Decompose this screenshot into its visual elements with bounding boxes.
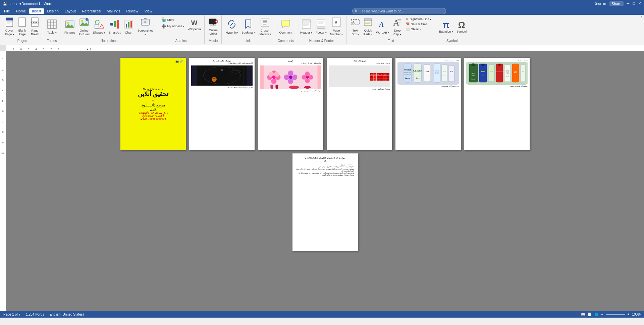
quick-parts-button[interactable]: QuickParts ▾ [362, 17, 374, 37]
shapes-button[interactable]: Shapes ▾ [92, 17, 107, 37]
maximize-button[interactable]: □ [633, 1, 635, 6]
text-box-icon: A [351, 17, 360, 28]
bookmark-button[interactable]: Bookmark [240, 17, 257, 37]
blank-page-label: BlankPage [18, 29, 26, 36]
object-button[interactable]: ⬜ Object ▾ [405, 27, 433, 32]
zoom-slider[interactable]: ──────── [606, 313, 625, 316]
signature-line-button[interactable]: ✏ Signature Line ▾ [405, 17, 433, 21]
document-area[interactable]: 📷 🔗 Tahghighonline.ir تحقیق آنلاین ← مرج… [6, 51, 644, 311]
drop-cap-button[interactable]: A DropCap ▾ [391, 17, 403, 37]
menu-references[interactable]: References [79, 8, 103, 14]
view-print-button[interactable]: 📄 [588, 313, 592, 316]
page6-content: توضیحات محصولات... OPTI FREE Express [464, 58, 530, 89]
menu-mailings[interactable]: Mailings [104, 8, 123, 14]
ribbon-collapse-button[interactable]: ∧ [640, 15, 643, 19]
smartart-button[interactable]: SmartArt [107, 17, 122, 37]
hyperlink-button[interactable]: Hyperlink [224, 17, 240, 37]
quick-access-redo[interactable]: ↪ [14, 2, 17, 6]
text-group-label: Text [388, 38, 394, 43]
cover-page-button[interactable]: CoverPage ▾ [3, 17, 15, 37]
object-icon: ⬜ [406, 28, 410, 31]
online-video-button[interactable]: OnlineVideo [207, 17, 219, 37]
shapes-label: Shapes ▾ [93, 31, 105, 35]
quick-parts-label: QuickParts ▾ [363, 29, 373, 36]
quick-access-undo[interactable]: ↩ [9, 2, 12, 6]
page-number-button[interactable]: # PageNumber ▾ [329, 17, 344, 37]
symbol-button[interactable]: Ω Symbol [455, 17, 468, 37]
chart-button[interactable]: Chart [123, 17, 135, 37]
online-pictures-button[interactable]: 🔗 OnlinePictures [77, 17, 91, 37]
text-box-button[interactable]: A TextBox ▾ [349, 17, 361, 37]
svg-rect-161 [496, 64, 503, 82]
svg-point-92 [302, 75, 307, 80]
zoom-out-button[interactable]: − [601, 313, 603, 316]
svg-line-41 [230, 23, 233, 26]
svg-text:Colgate: Colgate [377, 74, 379, 75]
title-bar: 💾 ↩ ↪ ▾ Document1 - Word Sign in Share ─… [0, 0, 644, 7]
header-footer-group-label: Header & Footer [309, 38, 334, 43]
menu-view[interactable]: View [142, 8, 155, 14]
page-break-button[interactable]: PageBreak [29, 17, 41, 37]
table-button[interactable]: Table ▾ [46, 17, 58, 37]
svg-rect-70 [197, 65, 247, 86]
view-web-button[interactable]: 🌐 [594, 313, 598, 316]
menu-layout[interactable]: Layout [62, 8, 78, 14]
svg-marker-23 [100, 24, 104, 28]
store-label: Store [167, 18, 175, 21]
svg-text:Colgate: Colgate [374, 74, 376, 75]
svg-rect-159 [488, 65, 494, 82]
svg-text:OPTI: OPTI [472, 73, 475, 74]
quick-access-save[interactable]: 💾 [3, 2, 7, 6]
svg-text:fresh: fresh [482, 75, 484, 77]
comment-button[interactable]: Comment [278, 17, 293, 37]
svg-text:FREE: FREE [435, 72, 439, 74]
wikipedia-icon: W [191, 19, 198, 27]
header-button[interactable]: Header ▾ [299, 17, 314, 37]
menu-file[interactable]: File [1, 8, 13, 14]
view-read-button[interactable]: 📖 [581, 313, 585, 316]
svg-point-15 [67, 22, 69, 24]
close-button[interactable]: ✕ [638, 1, 641, 6]
text-buttons: A TextBox ▾ QuickParts ▾ [349, 17, 433, 38]
minimize-button[interactable]: ─ [627, 1, 630, 6]
page1-line3: ورد- پی دی اف - پاورپوینت [139, 111, 168, 114]
svg-text:Colgate: Colgate [384, 74, 385, 75]
store-button[interactable]: 🏪 Store [160, 17, 186, 23]
bookmark-label: Bookmark [241, 31, 255, 35]
svg-text:No Lite: No Lite [371, 77, 373, 77]
footer-button[interactable]: Footer ▾ [314, 17, 328, 37]
share-button[interactable]: Share [609, 1, 623, 6]
blank-page-button[interactable]: BlankPage [16, 17, 28, 37]
addins-group-label: Add-ins [175, 38, 187, 43]
ribbon-group-text: A TextBox ▾ QuickParts ▾ [347, 15, 435, 44]
equation-button[interactable]: π Equation ▾ [438, 17, 454, 37]
menu-insert[interactable]: Insert [29, 8, 44, 14]
date-time-button[interactable]: 📅 Date & Time [405, 22, 433, 27]
my-addins-button[interactable]: ➕ My Add-ins ▾ [160, 23, 186, 29]
svg-text:Co...: Co... [387, 74, 388, 75]
svg-rect-125 [373, 78, 376, 81]
status-left: Page 1 of 7 1,234 words English (United … [3, 313, 84, 316]
media-group-label: Media [209, 38, 218, 43]
page6-text-bottom: محصولات بهداشتی چشم... [466, 85, 528, 87]
ribbon-group-comments: Comment Comments [276, 15, 296, 44]
pictures-label: Pictures [64, 31, 75, 35]
menu-review[interactable]: Review [124, 8, 141, 14]
pictures-button[interactable]: Pictures [63, 17, 77, 37]
cross-reference-button[interactable]: Cross-reference [257, 17, 273, 37]
svg-rect-127 [380, 78, 383, 81]
svg-rect-170 [521, 65, 525, 82]
menu-design[interactable]: Design [45, 8, 61, 14]
sign-in-button[interactable]: Sign in [595, 1, 606, 6]
zoom-in-button[interactable]: + [628, 313, 630, 316]
cover-page-label: CoverPage ▾ [5, 29, 14, 36]
svg-rect-5 [19, 18, 25, 27]
search-bar[interactable]: 🔍 Tell me what you want to do... [352, 8, 446, 14]
page1-line1: مرجع دانـــلـود [141, 103, 165, 107]
wordart-button[interactable]: A WordArt ▾ [375, 17, 390, 37]
svg-text:Sure: Sure [425, 71, 429, 73]
wikipedia-button[interactable]: W Wikipedia [186, 17, 202, 34]
svg-text:Colgate: Colgate [380, 74, 382, 75]
screenshot-button[interactable]: Screenshot ▾ [136, 17, 155, 37]
menu-home[interactable]: Home [13, 8, 29, 14]
